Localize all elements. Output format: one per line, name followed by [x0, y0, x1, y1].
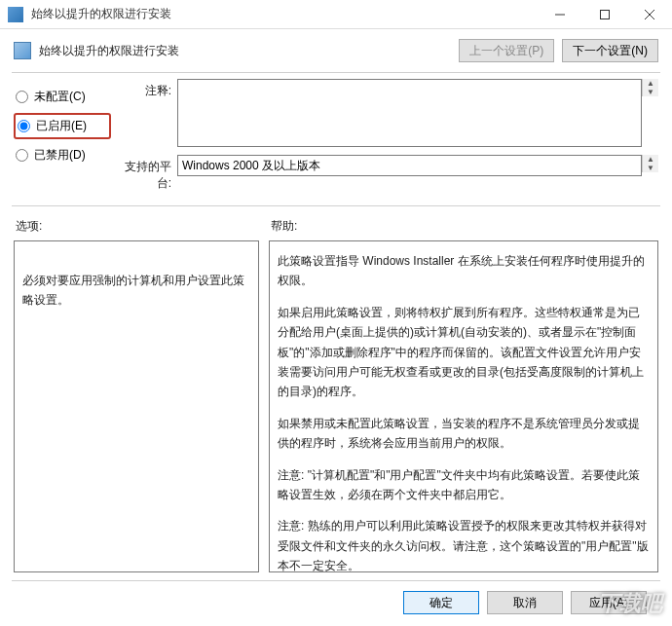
comment-input[interactable] [177, 79, 642, 147]
policy-icon [14, 42, 31, 59]
window-title: 始终以提升的权限进行安装 [31, 6, 538, 22]
options-text: 必须对要应用强制的计算机和用户设置此策略设置。 [22, 274, 244, 307]
help-paragraph: 此策略设置指导 Windows Installer 在系统上安装任何程序时使用提… [278, 251, 650, 291]
app-icon [8, 7, 23, 22]
maximize-button[interactable] [582, 0, 627, 29]
help-panel[interactable]: 此策略设置指导 Windows Installer 在系统上安装任何程序时使用提… [269, 240, 658, 572]
policy-title: 始终以提升的权限进行安装 [39, 43, 451, 59]
comment-scrollbar[interactable]: ▲▼ [642, 79, 658, 96]
ok-button[interactable]: 确定 [403, 591, 479, 614]
divider [12, 72, 660, 73]
comment-label: 注释: [117, 79, 177, 99]
platform-scrollbar[interactable]: ▲▼ [642, 155, 658, 172]
options-column: 选项: 必须对要应用强制的计算机和用户设置此策略设置。 [14, 218, 259, 572]
lower-area: 选项: 必须对要应用强制的计算机和用户设置此策略设置。 帮助: 此策略设置指导 … [0, 212, 672, 572]
header-row: 始终以提升的权限进行安装 上一个设置(P) 下一个设置(N) [0, 29, 672, 72]
platform-value: Windows 2000 及以上版本 [177, 155, 642, 176]
help-paragraph: 如果禁用或未配置此策略设置，当安装的程序不是系统管理员分发或提供的程序时，系统将… [278, 414, 650, 454]
titlebar: 始终以提升的权限进行安装 [0, 0, 672, 29]
help-paragraph: 注意: "计算机配置"和"用户配置"文件夹中均有此策略设置。若要使此策略设置生效… [278, 465, 650, 505]
radio-disabled-label: 已禁用(D) [34, 147, 86, 164]
comment-row: 注释: ▲▼ [117, 79, 658, 147]
options-label: 选项: [14, 218, 259, 235]
radio-not-configured-input[interactable] [16, 91, 28, 103]
svg-rect-1 [601, 10, 610, 18]
radio-not-configured[interactable]: 未配置(C) [14, 85, 111, 109]
radio-enabled[interactable]: 已启用(E) [14, 113, 111, 139]
config-area: 未配置(C) 已启用(E) 已禁用(D) 注释: ▲▼ 支持的平台: Windo… [0, 79, 672, 200]
help-label: 帮助: [269, 218, 658, 235]
options-panel: 必须对要应用强制的计算机和用户设置此策略设置。 [14, 240, 259, 572]
help-paragraph: 如果启用此策略设置，则将特权扩展到所有程序。这些特权通常是为已分配给用户(桌面上… [278, 303, 650, 402]
platform-label: 支持的平台: [117, 155, 177, 192]
radio-disabled[interactable]: 已禁用(D) [14, 143, 111, 167]
platform-row: 支持的平台: Windows 2000 及以上版本 ▲▼ [117, 155, 658, 192]
apply-button[interactable]: 应用(A) [571, 591, 647, 614]
help-column: 帮助: 此策略设置指导 Windows Installer 在系统上安装任何程序… [269, 218, 658, 572]
help-paragraph: 注意: 熟练的用户可以利用此策略设置授予的权限来更改其特权并获得对受限文件和文件… [278, 516, 650, 572]
window-controls [538, 0, 672, 29]
next-setting-button[interactable]: 下一个设置(N) [562, 39, 658, 62]
radio-enabled-label: 已启用(E) [36, 118, 87, 134]
footer: 确定 取消 应用(A) [12, 580, 660, 624]
fields-column: 注释: ▲▼ 支持的平台: Windows 2000 及以上版本 ▲▼ [117, 79, 658, 200]
radio-disabled-input[interactable] [16, 149, 28, 162]
radio-not-configured-label: 未配置(C) [34, 89, 86, 105]
previous-setting-button[interactable]: 上一个设置(P) [459, 39, 554, 62]
minimize-button[interactable] [538, 0, 582, 29]
cancel-button[interactable]: 取消 [487, 591, 563, 614]
radio-enabled-input[interactable] [18, 120, 30, 132]
radio-column: 未配置(C) 已启用(E) 已禁用(D) [14, 79, 111, 200]
divider [12, 205, 660, 206]
close-button[interactable] [627, 0, 672, 29]
